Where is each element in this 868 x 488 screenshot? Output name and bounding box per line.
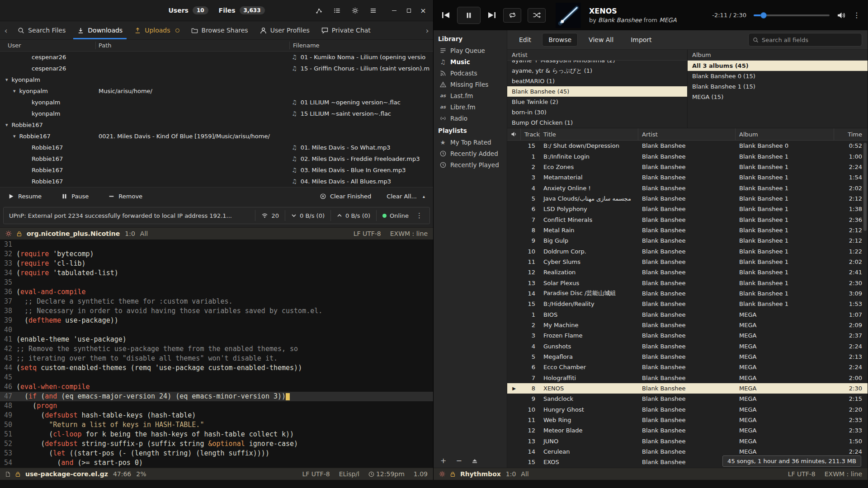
download-row[interactable]: ▾kyonpalm xyxy=(0,74,433,85)
column-header-title[interactable]: Title xyxy=(540,128,638,140)
status-message[interactable]: UPnP: External port 2234 successfully fo… xyxy=(9,212,249,219)
resume-button[interactable]: Resume xyxy=(8,193,42,200)
buffer-name[interactable]: org.nicotine_plus.Nicotine xyxy=(27,230,120,237)
code-line[interactable]: 33(require 'cl-lib) xyxy=(0,259,433,268)
expander-icon[interactable]: ▾ xyxy=(5,122,8,128)
artist-item[interactable]: Bump Of Chicken (1) xyxy=(507,117,687,128)
sidebar-item-recently-added[interactable]: Recently Added xyxy=(434,148,507,159)
track-row[interactable]: ▶8XENOSBlank BansheeMEGA2:30 xyxy=(507,383,868,394)
tab-private-chat[interactable]: Private Chat xyxy=(316,21,377,39)
play-pause-button[interactable] xyxy=(457,7,481,24)
track-row[interactable]: 6LSD PolyphonyBlank BansheeBlank Banshee… xyxy=(507,204,868,214)
track-row[interactable]: 9SandclockBlank BansheeMEGA2:15 xyxy=(507,394,868,404)
code-line[interactable]: 37 ;; Declare a synthetic theme for :cus… xyxy=(0,297,433,306)
sidebar-item-libre-fm[interactable]: asLibre.fm xyxy=(434,101,507,113)
artist-item[interactable]: ayame, ytr & らっぷびと (1) xyxy=(507,66,687,76)
download-row[interactable]: Robbie167♫03. Miles Davis - Blue In Gree… xyxy=(0,164,433,176)
remove-button[interactable]: Remove xyxy=(108,193,142,200)
buffer-name[interactable]: use-package-core.el.gz xyxy=(25,470,108,478)
song-artist-link[interactable]: Blank Banshee xyxy=(598,17,642,23)
track-row[interactable]: 10Doldrum Corp.Blank BansheeBlank Banshe… xyxy=(507,246,868,256)
tab-browse-shares[interactable]: Browse Shares xyxy=(185,21,254,39)
column-header-artist[interactable]: Artist xyxy=(638,128,736,140)
song-album-link[interactable]: MEGA xyxy=(659,17,676,23)
code-line[interactable]: 36(eval-and-compile xyxy=(0,287,433,297)
artist-item[interactable]: Blank Banshee (45) xyxy=(507,86,687,97)
major-mode-indicator[interactable]: ELisp/l xyxy=(339,470,359,478)
tabs-scroll-left-icon[interactable]: ‹ xyxy=(0,21,12,39)
download-row[interactable]: kyonpalm♫15 LILIUM ~saint version~.flac xyxy=(0,108,433,119)
artist-item[interactable]: beatMARIO (1) xyxy=(507,76,687,86)
menu-import[interactable]: Import xyxy=(624,33,658,47)
pause-button[interactable]: Pause xyxy=(61,193,89,200)
code-line[interactable]: 39 (deftheme use-package)) xyxy=(0,316,433,325)
sidebar-item-my-top-rated[interactable]: ★My Top Rated xyxy=(434,136,507,148)
download-row[interactable]: cespenar26♫01 - Kumiko Noma - Lilium (op… xyxy=(0,52,433,63)
code-line[interactable]: 45 xyxy=(0,373,433,382)
column-header-user[interactable]: User xyxy=(0,42,21,49)
download-speed[interactable]: 0 B/s (0) xyxy=(291,212,325,219)
track-row[interactable]: 4Anxiety Online !Blank BansheeBlank Bans… xyxy=(507,183,868,193)
column-header-playing[interactable] xyxy=(507,128,521,140)
track-row[interactable]: 14Paradise Disc /芸能山城組Blank BansheeBlank… xyxy=(507,288,868,299)
track-row[interactable]: 5Java Clouds/مجسمه سازی مهتابBlank Bansh… xyxy=(507,193,868,204)
download-row[interactable]: kyonpalm♫01 LILIUM ~opening version~.fla… xyxy=(0,97,433,108)
track-row[interactable]: 2Eco ZonesBlank BansheeBlank Banshee 12:… xyxy=(507,162,868,172)
app-menu-icon[interactable]: ⋮ xyxy=(853,11,860,19)
track-row[interactable]: 13Solar PlexusBlank BansheeBlank Banshee… xyxy=(507,277,868,288)
network-overview-icon[interactable] xyxy=(312,4,326,17)
scrollbar-thumb[interactable] xyxy=(863,143,867,231)
column-header-album[interactable]: Album xyxy=(736,128,834,140)
major-mode-indicator[interactable]: EXWM : line xyxy=(825,470,862,478)
status-menu-icon[interactable]: ⋮ xyxy=(415,211,424,220)
track-row[interactable]: 7HolograffitiBlank BansheeMEGA2:00 xyxy=(507,373,868,383)
download-row[interactable]: Robbie167♫04. Miles Davis - All Blues.mp… xyxy=(0,176,433,187)
seek-knob[interactable] xyxy=(760,12,767,19)
clear-finished-button[interactable]: Clear Finished xyxy=(320,193,371,200)
album-item[interactable]: All 3 albums (45) xyxy=(688,61,868,71)
code-line[interactable]: 31 xyxy=(0,240,433,249)
eject-button[interactable] xyxy=(472,458,478,464)
tab-uploads[interactable]: Uploads xyxy=(128,21,185,39)
download-row[interactable]: Robbie167♫01. Miles Davis - So What.mp3 xyxy=(0,142,433,153)
close-button[interactable]: × xyxy=(420,6,427,15)
minimize-button[interactable] xyxy=(391,10,398,11)
code-line[interactable]: 44(setq custom-enabled-themes (remq 'use… xyxy=(0,363,433,373)
track-row[interactable]: 3MetamaterialBlank BansheeBlank Banshee … xyxy=(507,172,868,183)
track-row[interactable]: 1BIOSBlank BansheeMEGA1:07 xyxy=(507,310,868,320)
tab-downloads[interactable]: Downloads xyxy=(71,21,128,39)
shuffle-button[interactable] xyxy=(528,8,546,23)
album-column-header[interactable]: Album xyxy=(688,50,868,61)
tabs-scroll-right-icon[interactable]: › xyxy=(421,21,433,39)
volume-button[interactable] xyxy=(837,12,846,19)
column-header-path[interactable]: Path xyxy=(99,42,112,49)
expander-icon[interactable]: ▾ xyxy=(5,77,8,83)
artist-column-header[interactable]: Artist xyxy=(507,50,687,61)
artist-item[interactable]: born-in (30) xyxy=(507,107,687,117)
menu-edit[interactable]: Edit xyxy=(513,33,538,47)
emacs-code-buffer[interactable]: 3132(require 'bytecomp)33(require 'cl-li… xyxy=(0,239,433,468)
track-row[interactable]: 12Meteor BladeBlank BansheeMEGA2:33 xyxy=(507,425,868,436)
album-item[interactable]: Blank Banshee 0 (15) xyxy=(688,71,868,81)
download-row[interactable]: ▾kyonpalmMusic/arisu/home/ xyxy=(0,85,433,97)
code-line[interactable]: 54 (and (>= start-pos 0) xyxy=(0,458,433,468)
code-line[interactable]: 41(enable-theme 'use-package) xyxy=(0,335,433,344)
track-row[interactable]: 4GunshotsBlank BansheeMEGA2:24 xyxy=(507,341,868,352)
column-header-track[interactable]: Track xyxy=(521,128,540,140)
track-row[interactable]: 12RealizationBlank BansheeBlank Banshee … xyxy=(507,267,868,277)
code-line[interactable]: 46(eval-when-compile xyxy=(0,382,433,392)
sidebar-item-play-queue[interactable]: Play Queue xyxy=(434,45,507,56)
track-row[interactable]: 9Big GulpBlank BansheeBlank Banshee 12:1… xyxy=(507,235,868,246)
add-playlist-button[interactable]: + xyxy=(440,456,446,465)
tab-user-profiles[interactable]: User Profiles xyxy=(254,21,316,39)
track-row[interactable]: 11Web RingBlank BansheeMEGA2:33 xyxy=(507,415,868,425)
sidebar-item-missing-files[interactable]: Missing Files xyxy=(434,79,507,90)
track-row[interactable]: 10Hungry GhostBlank BansheeMEGA2:20 xyxy=(507,404,868,415)
album-item[interactable]: Blank Banshee 1 (15) xyxy=(688,81,868,92)
menu-browse[interactable]: Browse xyxy=(542,33,578,47)
tab-search-files[interactable]: Search Files xyxy=(12,21,71,39)
code-line[interactable]: 50 "Return a list of keys in HASH-TABLE.… xyxy=(0,420,433,430)
menu-view-all[interactable]: View All xyxy=(582,33,620,47)
search-box[interactable] xyxy=(748,33,862,47)
minibuffer[interactable] xyxy=(0,480,868,488)
